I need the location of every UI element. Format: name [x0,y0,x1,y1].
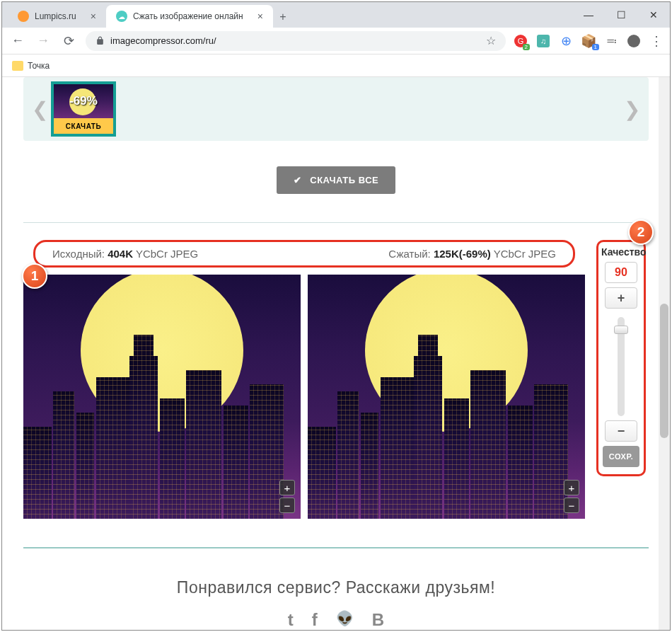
ext-icon[interactable]: ⊕ [560,35,572,47]
divider [23,547,649,548]
tab-strip: Lumpics.ru × ☁ Сжать изображение онлайн … [2,2,670,28]
compressed-label: Сжатый: [388,248,434,260]
thumbnail-image: -69% [54,84,113,118]
download-all-label: СКАЧАТЬ ВСЕ [310,175,378,185]
original-image[interactable]: + − [23,275,301,519]
back-button[interactable]: ← [9,33,26,48]
original-size: 404K [108,248,133,260]
callout-1: 1 [22,263,47,289]
browser-toolbar: ← → ⟳ imagecompressor.com/ru/ ☆ G2 ♫ ⊕ 📦… [2,28,670,54]
quality-decrease-button[interactable]: − [605,420,637,442]
url-text: imagecompressor.com/ru/ [110,35,216,46]
zoom-out-button[interactable]: − [279,498,295,513]
ext-icon[interactable]: 📦1 [582,35,595,47]
tumblr-icon[interactable]: t [288,610,294,630]
social-icons: t f 👽 B [23,610,649,630]
compressed-size: 125K(-69%) [434,248,491,260]
compressed-image[interactable]: + − [308,275,585,519]
tab-lumpics[interactable]: Lumpics.ru × [8,5,106,28]
download-thumb-button[interactable]: СКАЧАТЬ [54,118,113,134]
comparison-section: Исходный: 404K YCbCr JPEG Сжатый: 125K(-… [23,240,649,519]
favicon-compressor: ☁ [116,11,127,22]
zoom-out-button[interactable]: − [564,498,579,513]
maximize-button[interactable]: ☐ [605,2,637,28]
quality-slider[interactable] [618,317,625,416]
thumbnail-carousel: ❮ -69% СКАЧАТЬ ❯ [23,77,649,141]
zoom-controls: + − [279,480,295,513]
info-bar: Исходный: 404K YCbCr JPEG Сжатый: 125K(-… [33,240,575,268]
close-button[interactable]: ✕ [637,2,670,28]
zoom-controls: + − [564,480,579,513]
scrollbar[interactable] [659,77,670,630]
divider [23,222,649,223]
carousel-next[interactable]: ❯ [621,98,643,121]
compression-percent: -69% [69,94,98,108]
reload-button[interactable]: ⟳ [60,33,77,49]
vk-icon[interactable]: B [372,610,384,630]
browser-window: Lumpics.ru × ☁ Сжать изображение онлайн … [1,1,671,631]
bookmark-star-icon[interactable]: ☆ [486,34,496,47]
check-icon: ✔ [294,175,302,185]
folder-icon [12,61,23,71]
extension-icons: G2 ♫ ⊕ 📦1 ≕ ⋮ [514,33,663,49]
download-all-button[interactable]: ✔ СКАЧАТЬ ВСЕ [277,166,395,194]
footer: Понравился сервис? Расскажи друзьям! t f… [23,519,649,630]
compressed-format: YCbCr JPEG [491,248,556,260]
new-tab-button[interactable]: + [273,11,293,28]
original-label: Исходный: [52,248,108,260]
reddit-icon[interactable]: 👽 [336,610,354,630]
close-icon[interactable]: × [257,11,263,22]
avatar[interactable] [627,35,640,47]
tab-label: Сжать изображение онлайн [133,11,243,21]
tab-label: Lumpics.ru [35,11,76,21]
ext-icon[interactable]: ≕ [605,35,618,47]
facebook-icon[interactable]: f [312,610,318,630]
image-compare: 1 [23,275,585,519]
page-content: ❮ -69% СКАЧАТЬ ❯ ✔ СКАЧАТЬ ВСЕ [2,77,670,630]
ext-icon[interactable]: G2 [514,35,527,47]
callout-2: 2 [628,219,654,245]
share-title: Понравился сервис? Расскажи друзьям! [23,578,649,597]
scroll-thumb[interactable] [660,304,668,438]
quality-title: Качество [601,246,641,258]
address-bar[interactable]: imagecompressor.com/ru/ ☆ [86,31,506,51]
window-controls: ― ☐ ✕ [572,2,670,28]
tab-compressor[interactable]: ☁ Сжать изображение онлайн × [106,5,273,28]
favicon-lumpics [18,11,29,22]
quality-input[interactable] [605,262,637,283]
carousel-prev[interactable]: ❮ [29,98,51,121]
zoom-in-button[interactable]: + [564,480,579,495]
close-icon[interactable]: × [91,11,96,22]
zoom-in-button[interactable]: + [279,480,295,495]
forward-button[interactable]: → [35,33,52,48]
menu-button[interactable]: ⋮ [650,33,663,49]
lock-icon [95,36,105,45]
bookmarks-bar: Точка [2,54,670,77]
quality-increase-button[interactable]: + [605,287,637,309]
quality-save-button[interactable]: СОХР. [603,446,639,467]
original-format: YCbCr JPEG [133,248,198,260]
minimize-button[interactable]: ― [572,2,605,28]
thumbnail-card[interactable]: -69% СКАЧАТЬ [51,81,116,137]
ext-icon[interactable]: ♫ [537,35,550,47]
bookmark-item[interactable]: Точка [28,61,50,71]
slider-handle[interactable] [614,326,628,334]
quality-panel: 2 Качество + − СОХР. [596,240,646,476]
